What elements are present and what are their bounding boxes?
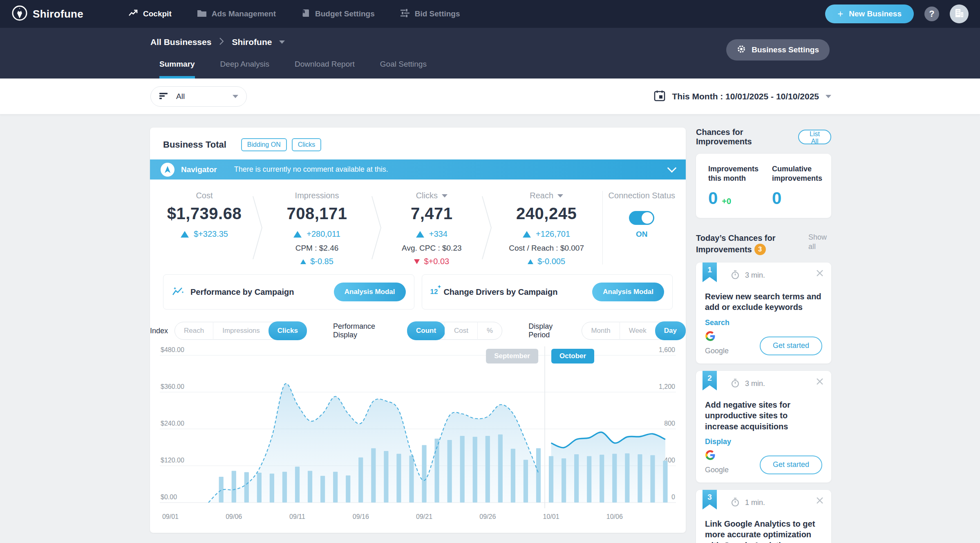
cumulative-improvements: Cumulative improvements 0 [772, 164, 826, 208]
svg-text:09/06: 09/06 [226, 513, 242, 520]
october-badge[interactable]: October [551, 349, 594, 363]
nav-item-label: Cockpit [143, 9, 172, 18]
svg-text:0: 0 [671, 494, 675, 500]
sliders-icon [400, 9, 410, 20]
new-business-button[interactable]: + New Business [825, 4, 914, 23]
metric-sub-label: Avg. CPC : $0.23 [402, 244, 461, 253]
list-all-button[interactable]: List All [798, 130, 831, 144]
chevron-down-icon [233, 95, 238, 98]
top-nav: Shirofune Cockpit Ads Management Budget … [0, 0, 980, 28]
metric-separator [251, 189, 264, 266]
change-drivers-icon: 12✦ [430, 288, 438, 296]
close-icon[interactable] [816, 496, 824, 506]
chevron-down-icon[interactable] [557, 194, 563, 197]
get-started-button[interactable]: Get started [760, 337, 822, 355]
improvement-title: Add negative sites for unproductive site… [705, 399, 822, 432]
chevron-down-icon[interactable] [442, 194, 447, 197]
tab-summary[interactable]: Summary [159, 60, 195, 79]
nav-item-budget-settings[interactable]: Budget Settings [301, 9, 375, 20]
period-option-month[interactable]: Month [582, 322, 619, 340]
metric-label: Clicks [416, 191, 438, 200]
analysis-modal-button[interactable]: Analysis Modal [592, 283, 664, 301]
metric-label: Cost [196, 191, 213, 200]
improvements-summary-card: Improvements this month 0 +0 Cumulative … [696, 154, 831, 218]
chart-area: $480.00$360.00$240.00$120.00$0.001,6001,… [160, 346, 676, 524]
breadcrumb-current-business[interactable]: Shirofune [232, 37, 272, 47]
navigator-message: There is currently no comment available … [234, 165, 388, 174]
period-option-week[interactable]: Week [620, 322, 656, 340]
channel-label: Search [705, 319, 822, 327]
business-settings-button[interactable]: Business Settings [726, 39, 830, 61]
close-icon[interactable] [816, 269, 824, 279]
tab-goal-settings[interactable]: Goal Settings [380, 60, 427, 79]
period-option-day[interactable]: Day [655, 321, 686, 340]
calendar-icon [654, 90, 665, 103]
metric-delta: +334 [429, 229, 447, 239]
svg-text:$480.00: $480.00 [161, 346, 184, 353]
svg-text:1,200: 1,200 [659, 383, 675, 390]
chevron-down-icon[interactable] [667, 163, 677, 173]
main-content: Business Total Bidding ON Clicks Navigat… [0, 114, 980, 543]
time-estimate: 3 min. [745, 379, 765, 388]
display-option-count[interactable]: Count [407, 321, 445, 340]
new-business-label: New Business [849, 9, 902, 18]
brand-name: Shirofune [33, 8, 83, 20]
connection-toggle[interactable] [629, 211, 654, 225]
index-option-clicks[interactable]: Clicks [268, 321, 307, 340]
improvements-this-month: Improvements this month 0 +0 [708, 164, 761, 208]
index-option-reach[interactable]: Reach [175, 322, 213, 340]
scope-filter-dropdown[interactable]: All [150, 86, 247, 107]
book-icon [301, 9, 310, 20]
scope-filter-value: All [176, 92, 225, 101]
svg-text:$0.00: $0.00 [161, 494, 177, 500]
index-segmented: Reach Impressions Clicks [175, 322, 307, 340]
nav-items: Cockpit Ads Management Budget Settings B… [128, 9, 460, 20]
sub-header: All Businesses Shirofune Summary Deep An… [0, 28, 980, 79]
analysis-modal-button[interactable]: Analysis Modal [334, 283, 406, 301]
index-option-impressions[interactable]: Impressions [213, 322, 269, 340]
nav-item-bid-settings[interactable]: Bid Settings [400, 9, 460, 20]
performance-display-segmented: Count Cost % [407, 322, 502, 340]
svg-text:10/01: 10/01 [543, 513, 559, 520]
account-avatar[interactable] [950, 4, 969, 23]
display-period-control: Display Period Month Week Day [528, 322, 686, 340]
chevron-down-icon[interactable] [279, 40, 285, 44]
display-option-percent[interactable]: % [477, 322, 502, 340]
date-range-value: This Month : 10/01/2025 - 10/10/2025 [672, 92, 819, 101]
help-icon[interactable]: ? [924, 7, 939, 21]
tab-deep-analysis[interactable]: Deep Analysis [220, 60, 269, 79]
date-range-picker[interactable]: This Month : 10/01/2025 - 10/10/2025 [654, 90, 831, 103]
september-badge[interactable]: September [486, 349, 538, 363]
improvement-title: Link Google Analytics to get more accura… [705, 518, 822, 543]
page: Shirofune Cockpit Ads Management Budget … [0, 0, 980, 543]
display-option-cost[interactable]: Cost [445, 322, 477, 340]
topnav-right: + New Business ? [825, 4, 969, 23]
trend-up-icon [128, 9, 138, 19]
google-icon [705, 450, 716, 462]
shirofune-logo-icon [11, 5, 28, 23]
breadcrumb-all-businesses[interactable]: All Businesses [150, 37, 211, 47]
delta-up-icon [523, 231, 531, 238]
platform-label: Google [705, 466, 729, 474]
svg-text:$240.00: $240.00 [161, 420, 184, 427]
brand-logo[interactable]: Shirofune [11, 5, 83, 23]
metric-reach: Reach 240,245 +126,701 Cost / Reach : $0… [493, 189, 600, 266]
get-started-button[interactable]: Get started [760, 455, 822, 474]
delta-up-icon [181, 231, 189, 238]
panel-title: Change Drivers by Campaign [443, 287, 557, 297]
performance-display-label: Performance Display [333, 322, 401, 339]
filter-bar: All This Month : 10/01/2025 - 10/10/2025 [0, 79, 980, 114]
cumulative-label: Cumulative improvements [772, 164, 826, 184]
building-icon [954, 8, 964, 20]
business-total-header: Business Total Bidding ON Clicks [150, 128, 686, 151]
timer-icon [730, 378, 740, 390]
nav-item-ads-management[interactable]: Ads Management [197, 9, 276, 19]
nav-item-cockpit[interactable]: Cockpit [128, 9, 172, 19]
vertical-divider [602, 191, 603, 265]
show-all-link[interactable]: Show all [808, 233, 831, 255]
index-control: Index Reach Impressions Clicks [150, 322, 307, 340]
tab-download-report[interactable]: Download Report [295, 60, 355, 79]
chart-controls: Index Reach Impressions Clicks Performan… [150, 322, 686, 340]
close-icon[interactable] [816, 377, 824, 387]
metric-delta: +126,701 [536, 229, 570, 239]
